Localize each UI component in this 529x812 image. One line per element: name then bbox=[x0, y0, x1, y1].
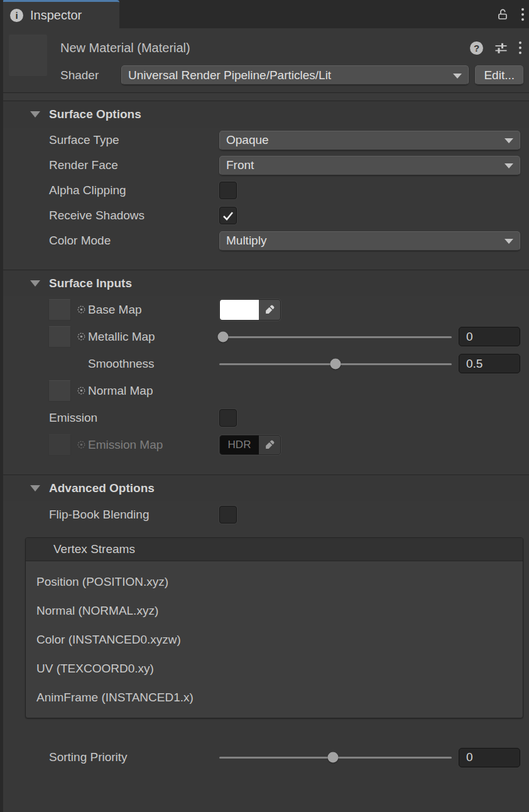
flip-book-blending-row: Flip-Book Blending bbox=[0, 501, 529, 528]
sorting-priority-row: Sorting Priority 0 bbox=[0, 744, 529, 771]
shader-dropdown[interactable]: Universal Render Pipeline/Particles/Lit bbox=[121, 65, 469, 85]
normal-map-row: Normal Map bbox=[0, 377, 529, 404]
smoothness-slider[interactable] bbox=[219, 350, 452, 377]
flip-book-blending-label: Flip-Book Blending bbox=[0, 508, 149, 522]
header-divider bbox=[0, 92, 529, 101]
emission-label: Emission bbox=[0, 411, 97, 425]
base-map-texture-slot[interactable] bbox=[48, 299, 71, 321]
normal-map-texture-slot[interactable] bbox=[48, 380, 71, 402]
presets-icon[interactable] bbox=[494, 41, 508, 55]
metallic-map-label: Metallic Map bbox=[88, 330, 155, 344]
metallic-map-row: Metallic Map 0 bbox=[0, 323, 529, 350]
section-title: Surface Inputs bbox=[49, 277, 132, 290]
sorting-priority-slider[interactable] bbox=[219, 744, 452, 771]
help-icon[interactable]: ? bbox=[470, 41, 483, 55]
surface-type-value: Opaque bbox=[226, 133, 269, 147]
panel-edge bbox=[0, 0, 3, 812]
smoothness-value-field[interactable]: 0.5 bbox=[459, 354, 520, 373]
surface-type-dropdown[interactable]: Opaque bbox=[219, 131, 520, 150]
sorting-priority-value-field[interactable]: 0 bbox=[459, 748, 520, 767]
section-title: Advanced Options bbox=[49, 481, 155, 495]
foldout-arrow-icon bbox=[30, 280, 40, 287]
emission-map-texture-slot[interactable] bbox=[48, 434, 71, 456]
base-map-row: Base Map bbox=[0, 296, 529, 323]
section-advanced-options[interactable]: Advanced Options bbox=[0, 475, 529, 501]
emission-checkbox[interactable] bbox=[219, 409, 237, 427]
slider-handle[interactable] bbox=[328, 752, 339, 763]
kebab-menu-icon[interactable] bbox=[521, 8, 524, 21]
scale-offset-target-icon bbox=[77, 332, 86, 341]
material-title: New Material (Material) bbox=[60, 41, 470, 55]
alpha-clipping-row: Alpha Clipping bbox=[0, 178, 529, 203]
scale-offset-target-icon bbox=[77, 305, 86, 314]
material-preview-thumbnail[interactable] bbox=[9, 35, 47, 76]
chevron-down-icon bbox=[504, 138, 513, 143]
slider-handle[interactable] bbox=[217, 331, 228, 342]
chevron-down-icon bbox=[504, 239, 513, 244]
section-surface-inputs[interactable]: Surface Inputs bbox=[0, 270, 529, 296]
scale-offset-target-icon bbox=[77, 440, 86, 449]
metallic-value-field[interactable]: 0 bbox=[459, 327, 520, 346]
info-icon: i bbox=[10, 9, 23, 22]
base-map-color-swatch[interactable] bbox=[219, 299, 281, 321]
vertex-streams-list: Vertex Streams Position (POSITION.xyz) N… bbox=[25, 537, 523, 718]
slider-track[interactable] bbox=[219, 336, 452, 338]
emission-map-row: Emission Map HDR bbox=[0, 431, 529, 458]
color-mode-label: Color Mode bbox=[0, 234, 111, 248]
hdr-badge[interactable]: HDR bbox=[220, 436, 259, 454]
list-item[interactable]: Color (INSTANCED0.xyzw) bbox=[26, 625, 523, 654]
render-face-value: Front bbox=[226, 158, 254, 172]
metallic-slider[interactable] bbox=[219, 323, 452, 350]
color-swatch-white[interactable] bbox=[220, 300, 259, 320]
inspector-panel: i Inspector New Material (Material) ? bbox=[0, 0, 529, 812]
scale-offset-target-icon bbox=[77, 386, 86, 395]
surface-type-row: Surface Type Opaque bbox=[0, 128, 529, 153]
alpha-clipping-checkbox[interactable] bbox=[219, 182, 237, 199]
receive-shadows-checkbox[interactable] bbox=[219, 207, 237, 224]
alpha-clipping-label: Alpha Clipping bbox=[0, 184, 126, 197]
emission-map-label: Emission Map bbox=[88, 438, 163, 452]
sorting-priority-label: Sorting Priority bbox=[0, 750, 128, 764]
receive-shadows-row: Receive Shadows bbox=[0, 203, 529, 228]
list-item[interactable]: Position (POSITION.xyz) bbox=[26, 568, 523, 596]
shader-edit-button[interactable]: Edit... bbox=[475, 65, 523, 85]
list-item[interactable]: UV (TEXCOORD0.xy) bbox=[26, 654, 523, 683]
chevron-down-icon bbox=[453, 74, 462, 79]
smoothness-label: Smoothness bbox=[0, 357, 155, 371]
emission-row: Emission bbox=[0, 404, 529, 431]
tab-label: Inspector bbox=[30, 8, 82, 23]
color-mode-value: Multiply bbox=[226, 234, 266, 248]
render-face-label: Render Face bbox=[0, 158, 118, 172]
render-face-row: Render Face Front bbox=[0, 153, 529, 178]
unlock-icon[interactable] bbox=[496, 8, 509, 21]
eyedropper-icon[interactable] bbox=[259, 436, 280, 454]
vertex-streams-header[interactable]: Vertex Streams bbox=[26, 538, 523, 561]
shader-label: Shader bbox=[60, 69, 121, 82]
section-surface-options[interactable]: Surface Options bbox=[0, 101, 529, 128]
base-map-label: Base Map bbox=[88, 303, 142, 317]
section-title: Surface Options bbox=[49, 107, 141, 121]
foldout-arrow-icon bbox=[30, 485, 40, 491]
material-header: New Material (Material) ? Shader Univers… bbox=[0, 28, 529, 92]
color-mode-dropdown[interactable]: Multiply bbox=[219, 231, 520, 251]
foldout-arrow-icon bbox=[30, 111, 40, 118]
tab-inspector[interactable]: i Inspector bbox=[2, 0, 119, 28]
chevron-down-icon bbox=[504, 163, 513, 168]
metallic-map-texture-slot[interactable] bbox=[48, 326, 71, 348]
receive-shadows-label: Receive Shadows bbox=[0, 209, 145, 222]
flip-book-blending-checkbox[interactable] bbox=[219, 506, 237, 524]
smoothness-row: Smoothness 0.5 bbox=[0, 350, 529, 377]
list-item[interactable]: Normal (NORMAL.xyz) bbox=[26, 596, 523, 625]
vertex-streams-title: Vertex Streams bbox=[53, 542, 135, 556]
surface-type-label: Surface Type bbox=[0, 133, 119, 147]
color-mode-row: Color Mode Multiply bbox=[0, 228, 529, 253]
eyedropper-icon[interactable] bbox=[259, 300, 280, 320]
render-face-dropdown[interactable]: Front bbox=[219, 156, 520, 175]
shader-dropdown-value: Universal Render Pipeline/Particles/Lit bbox=[128, 69, 331, 82]
slider-handle[interactable] bbox=[330, 358, 341, 369]
normal-map-label: Normal Map bbox=[88, 384, 153, 398]
emission-hdr-color-swatch[interactable]: HDR bbox=[219, 435, 281, 455]
material-kebab-menu-icon[interactable] bbox=[519, 41, 521, 54]
tab-bar: i Inspector bbox=[0, 0, 529, 28]
list-item[interactable]: AnimFrame (INSTANCED1.x) bbox=[26, 683, 523, 712]
